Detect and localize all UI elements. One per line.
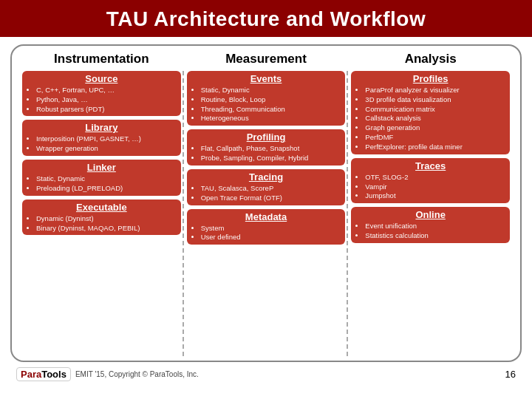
box-traces: Traces OTF, SLOG-2 Vampir Jumpshot: [351, 158, 510, 203]
footer-left: ParaTools EMIT '15, Copyright © ParaTool…: [16, 367, 199, 381]
copyright-text: EMIT '15, Copyright © ParaTools, Inc.: [75, 370, 199, 378]
logo-tools: Tools: [41, 369, 66, 380]
box-profiles: Profiles ParaProf analyzer & visualizer …: [351, 71, 510, 154]
logo-para: Para: [21, 369, 41, 380]
box-executable: Executable Dynamic (Dyninst) Binary (Dyn…: [22, 200, 181, 236]
logo: ParaTools: [16, 367, 71, 381]
box-linker: Linker Static, Dynamic Preloading (LD_PR…: [22, 160, 181, 196]
box-tracing: Tracing TAU, Scalasca, ScoreP Open Trace…: [187, 169, 346, 205]
box-events: Events Static, Dynamic Routine, Block, L…: [187, 71, 346, 126]
col-analysis: Profiles ParaProf analyzer & visualizer …: [348, 71, 513, 356]
column-headers: Instrumentation Measurement Analysis: [19, 52, 513, 66]
box-metadata: Metadata System User defined: [187, 209, 346, 245]
col-header-analysis: Analysis: [348, 52, 513, 66]
footer: ParaTools EMIT '15, Copyright © ParaTool…: [10, 362, 522, 384]
diagram: Instrumentation Measurement Analysis Sou…: [10, 44, 522, 362]
page-title: TAU Architecture and Workflow: [0, 0, 532, 37]
box-profiling: Profiling Flat, Callpath, Phase, Snapsho…: [187, 129, 346, 166]
col-measurement: Events Static, Dynamic Routine, Block, L…: [184, 71, 349, 356]
box-library: Library Interposition (PMPI, GASNET, …) …: [22, 120, 181, 156]
page-number: 16: [505, 369, 516, 380]
col-header-instrumentation: Instrumentation: [19, 52, 184, 66]
title-text: TAU Architecture and Workflow: [106, 7, 426, 30]
box-online: Online Event unification Statistics calc…: [351, 207, 510, 243]
box-source: Source C, C++, Fortran, UPC, … Python, J…: [22, 71, 181, 116]
main-content: Instrumentation Measurement Analysis Sou…: [0, 37, 532, 392]
columns-row: Source C, C++, Fortran, UPC, … Python, J…: [19, 71, 513, 356]
col-instrumentation: Source C, C++, Fortran, UPC, … Python, J…: [19, 71, 184, 356]
logo-box: ParaTools: [16, 367, 71, 381]
col-header-measurement: Measurement: [184, 52, 349, 66]
